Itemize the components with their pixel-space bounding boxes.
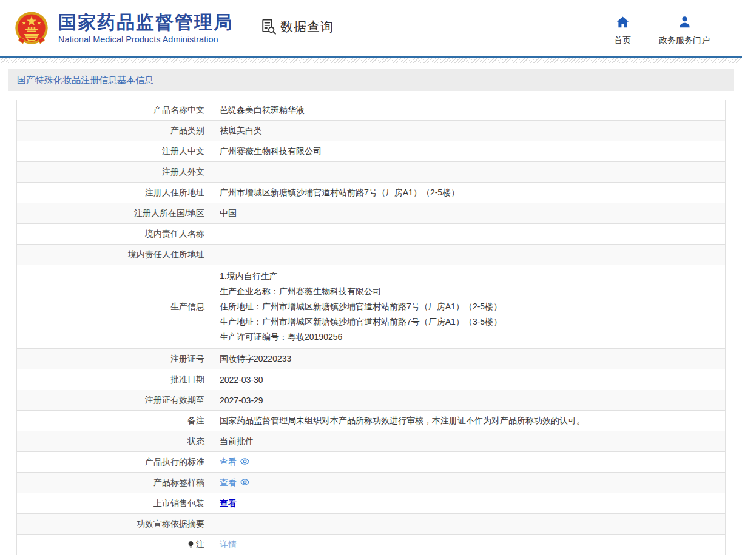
view-link[interactable]: 查看 (220, 457, 237, 467)
row-value: 查看 (212, 473, 726, 493)
production-info-line: 1.境内自行生产 (220, 269, 718, 284)
row-value-text: 中国 (220, 208, 237, 218)
row-label: 批准日期 (17, 369, 212, 390)
row-value-text: 2022-03-30 (220, 375, 263, 385)
row-label: 产品名称中文 (17, 100, 212, 121)
row-value: 广州赛薇生物科技有限公司 (212, 141, 726, 162)
page-title: 国产特殊化妆品注册信息基本信息 (8, 69, 734, 91)
row-value (212, 224, 726, 245)
row-value: 1.境内自行生产生产企业名称：广州赛薇生物科技有限公司住所地址：广州市增城区新塘… (212, 265, 726, 349)
row-value: 国妆特字20220233 (212, 349, 726, 369)
eye-icon[interactable] (240, 456, 250, 468)
row-label: 境内责任人住所地址 (17, 245, 212, 265)
production-info-line: 生产企业名称：广州赛薇生物科技有限公司 (220, 284, 718, 299)
row-value-text: 国家药品监督管理局未组织对本产品所称功效进行审核，本注册证不作为对产品所称功效的… (220, 416, 585, 425)
row-value: 当前批件 (212, 431, 726, 452)
table-row: 产品名称中文芭缇森美白祛斑精华液 (17, 100, 726, 121)
table-row: 产品类别祛斑美白类 (17, 121, 726, 141)
table-row: 境内责任人住所地址 (17, 245, 726, 265)
site-header: 国家药品监督管理局 National Medical Products Admi… (0, 0, 742, 56)
row-label: 产品执行的标准 (17, 452, 212, 473)
info-table-body: 产品名称中文芭缇森美白祛斑精华液产品类别祛斑美白类注册人中文广州赛薇生物科技有限… (17, 100, 726, 555)
table-row: 备注国家药品监督管理局未组织对本产品所称功效进行审核，本注册证不作为对产品所称功… (17, 411, 726, 431)
eye-icon[interactable] (240, 477, 250, 489)
row-label: 备注 (17, 411, 212, 431)
document-search-icon (260, 18, 277, 35)
org-names: 国家药品监督管理局 National Medical Products Admi… (58, 12, 233, 44)
details-link[interactable]: 详情 (220, 539, 237, 549)
registration-info-table: 产品名称中文芭缇森美白祛斑精华液产品类别祛斑美白类注册人中文广州赛薇生物科技有限… (16, 100, 726, 555)
table-row: 注册证有效期至2027-03-29 (17, 390, 726, 411)
row-value: 祛斑美白类 (212, 121, 726, 141)
nav-item-label: 政务服务门户 (659, 35, 710, 46)
row-label: 境内责任人名称 (17, 224, 212, 245)
row-value: 中国 (212, 203, 726, 224)
row-label: 产品标签样稿 (17, 473, 212, 493)
row-label: 生产信息 (17, 265, 212, 349)
production-info-line: 生产地址：广州市增城区新塘镇沙埔官道村站前路7号（厂房A1）（3-5楼） (220, 314, 718, 329)
row-label: 注册人所在国/地区 (17, 203, 212, 224)
row-label: 上市销售包装 (17, 493, 212, 514)
row-value (212, 245, 726, 265)
row-value (212, 514, 726, 535)
content-panel: 国产特殊化妆品注册信息基本信息 产品名称中文芭缇森美白祛斑精华液产品类别祛斑美白… (8, 69, 734, 555)
nav-item-service-portal[interactable]: 政务服务门户 (659, 15, 710, 46)
row-label: 功效宣称依据摘要 (17, 514, 212, 535)
row-label: 注册证号 (17, 349, 212, 369)
row-label: 注 (17, 535, 212, 555)
table-row: 功效宣称依据摘要 (17, 514, 726, 535)
org-name-en: National Medical Products Administration (58, 35, 233, 44)
row-value: 芭缇森美白祛斑精华液 (212, 100, 726, 121)
table-row: 上市销售包装查看 (17, 493, 726, 514)
table-row: 产品执行的标准查看 (17, 452, 726, 473)
logo-block: 国家药品监督管理局 National Medical Products Admi… (12, 9, 233, 48)
view-link[interactable]: 查看 (220, 477, 237, 487)
table-row: 注详情 (17, 535, 726, 555)
table-row: 状态当前批件 (17, 431, 726, 452)
row-label: 注册证有效期至 (17, 390, 212, 411)
row-value: 2022-03-30 (212, 369, 726, 390)
row-label: 注册人外文 (17, 162, 212, 183)
table-row: 注册人中文广州赛薇生物科技有限公司 (17, 141, 726, 162)
nav-item-label: 首页 (614, 35, 631, 46)
row-label: 注册人住所地址 (17, 183, 212, 203)
header-nav: 首页 政务服务门户 (614, 10, 710, 46)
row-value-text: 祛斑美白类 (220, 126, 262, 135)
row-value-text: 2027-03-29 (220, 396, 263, 405)
org-name-zh: 国家药品监督管理局 (58, 12, 233, 33)
row-value: 国家药品监督管理局未组织对本产品所称功效进行审核，本注册证不作为对产品所称功效的… (212, 411, 726, 431)
user-icon (678, 15, 692, 32)
production-info-line: 生产许可证编号：粤妆20190256 (220, 329, 718, 345)
national-emblem-logo (12, 9, 51, 48)
table-row: 产品标签样稿查看 (17, 473, 726, 493)
row-value: 详情 (212, 535, 726, 555)
row-value: 广州市增城区新塘镇沙埔官道村站前路7号（厂房A1）（2-5楼） (212, 183, 726, 203)
bulb-icon (187, 541, 195, 550)
row-value (212, 162, 726, 183)
row-value-text: 国妆特字20220233 (220, 354, 291, 363)
diagonal-stripe-divider (0, 58, 742, 63)
table-row: 注册证号国妆特字20220233 (17, 349, 726, 369)
nav-item-home[interactable]: 首页 (614, 15, 631, 46)
row-value: 查看 (212, 452, 726, 473)
row-value-text: 广州市增城区新塘镇沙埔官道村站前路7号（厂房A1）（2-5楼） (220, 187, 459, 197)
table-row: 注册人住所地址广州市增城区新塘镇沙埔官道村站前路7号（厂房A1）（2-5楼） (17, 183, 726, 203)
table-row: 境内责任人名称 (17, 224, 726, 245)
table-row: 注册人外文 (17, 162, 726, 183)
data-query-label: 数据查询 (280, 18, 334, 35)
row-value-text: 芭缇森美白祛斑精华液 (220, 105, 305, 115)
row-label: 注册人中文 (17, 141, 212, 162)
row-value: 查看 (212, 493, 726, 514)
row-label: 状态 (17, 431, 212, 452)
home-icon (616, 15, 630, 32)
table-row: 批准日期2022-03-30 (17, 369, 726, 390)
data-query-heading: 数据查询 (260, 18, 334, 35)
table-row: 注册人所在国/地区中国 (17, 203, 726, 224)
production-info-line: 住所地址：广州市增城区新塘镇沙埔官道村站前路7号（厂房A1）（2-5楼） (220, 299, 718, 314)
table-row: 生产信息1.境内自行生产生产企业名称：广州赛薇生物科技有限公司住所地址：广州市增… (17, 265, 726, 349)
row-value-text: 广州赛薇生物科技有限公司 (220, 146, 322, 156)
row-value-text: 当前批件 (220, 436, 254, 446)
row-value: 2027-03-29 (212, 390, 726, 411)
row-label: 产品类别 (17, 121, 212, 141)
view-link-visited[interactable]: 查看 (220, 498, 237, 508)
